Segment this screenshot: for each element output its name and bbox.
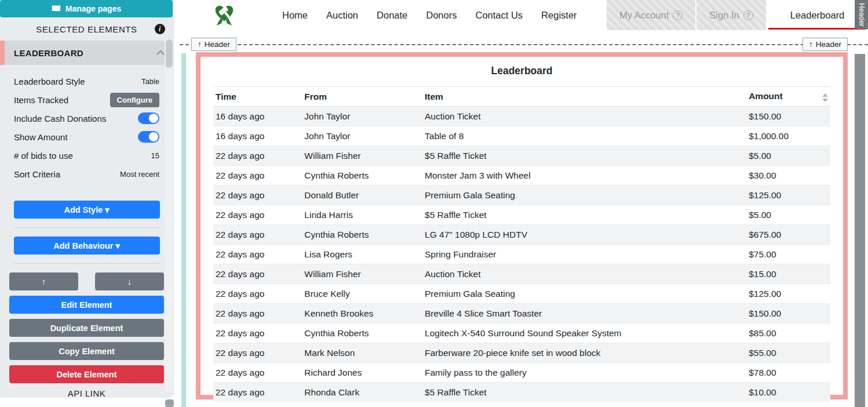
- nav-item-sign-in[interactable]: Sign In ?: [696, 0, 765, 30]
- info-icon[interactable]: i: [155, 24, 165, 34]
- manage-pages-button[interactable]: Manage pages: [0, 0, 173, 17]
- add-behaviour-label: Add Behaviour: [53, 241, 113, 250]
- add-style-button[interactable]: Add Style ▾: [14, 201, 160, 219]
- page-scrollbar-thumb[interactable]: [855, 54, 865, 407]
- divider: [14, 263, 160, 264]
- cell-time: 22 days ago: [213, 343, 302, 363]
- cell-item: Auction Ticket: [422, 107, 746, 126]
- nav-item-contact-us[interactable]: Contact Us: [475, 10, 523, 21]
- nav-item-my-account[interactable]: My Account ?: [607, 0, 695, 30]
- active-tab-underline: [768, 28, 867, 30]
- cell-time: 22 days ago: [213, 363, 302, 383]
- move-up-button[interactable]: ↑: [9, 272, 78, 290]
- include-cash-donations-toggle[interactable]: [138, 112, 159, 124]
- arrow-up-icon: ↑: [42, 277, 46, 286]
- cell-amount: $85.00: [746, 324, 830, 343]
- my-account-label: My Account: [619, 10, 669, 21]
- table-row: 22 days agoKenneth BrookesBreville 4 Sli…: [213, 304, 830, 324]
- nav-item-auction[interactable]: Auction: [326, 10, 358, 21]
- sort-icon[interactable]: [822, 91, 828, 102]
- cell-from: Rhonda Clark: [302, 383, 422, 402]
- scroll-corner: [165, 399, 174, 407]
- cell-from: Cynthia Roberts: [302, 324, 422, 343]
- header-side-tab[interactable]: Header: [855, 0, 868, 29]
- cell-amount: $30.00: [746, 166, 830, 186]
- nav-item-leaderboard-active[interactable]: Leaderboard: [767, 0, 868, 30]
- setting-label: Leaderboard Style: [14, 77, 85, 86]
- column-header-time[interactable]: Time: [213, 87, 302, 107]
- column-header-amount[interactable]: Amount: [746, 87, 830, 107]
- sidebar-scrollbar-thumb[interactable]: [166, 39, 173, 68]
- table-row: 22 days agoWilliam Fisher$5 Raffle Ticke…: [213, 146, 830, 166]
- toggle-knob: [149, 114, 158, 123]
- selected-elements-header: SELECTED ELEMENTS i: [0, 17, 173, 41]
- leaderboard-nav-label: Leaderboard: [790, 10, 845, 21]
- selected-leaderboard-element[interactable]: Leaderboard Time From Item Amount 16 day…: [196, 52, 848, 399]
- nav-item-register[interactable]: Register: [541, 10, 577, 21]
- table-row: 16 days agoJohn TaylorAuction Ticket$150…: [213, 107, 830, 126]
- configure-button[interactable]: Configure: [110, 93, 159, 107]
- delete-element-button[interactable]: Delete Element: [9, 365, 164, 383]
- cell-from: Kenneth Brookes: [302, 304, 422, 324]
- cell-item: Premium Gala Seating: [422, 284, 746, 304]
- section-indicator-bar[interactable]: [181, 53, 186, 407]
- nav-item-donors[interactable]: Donors: [426, 10, 457, 21]
- column-header-from[interactable]: From: [302, 87, 422, 107]
- chevron-up-icon[interactable]: [156, 50, 165, 56]
- leaderboard-rows: 16 days agoJohn TaylorAuction Ticket$150…: [213, 107, 830, 402]
- question-icon: ?: [673, 10, 683, 20]
- cell-amount: $150.00: [746, 107, 830, 126]
- manage-pages-label: Manage pages: [65, 4, 121, 13]
- cell-from: Linda Harris: [302, 205, 422, 225]
- toggle-knob: [149, 132, 158, 141]
- setting-value[interactable]: Table: [141, 77, 159, 86]
- cell-from: Cynthia Roberts: [302, 225, 422, 245]
- column-header-item[interactable]: Item: [422, 87, 746, 107]
- cell-time: 22 days ago: [213, 166, 302, 186]
- table-header-row: Time From Item Amount: [213, 87, 830, 107]
- setting-label: Items Tracked: [14, 95, 68, 105]
- cell-amount: $1,000.00: [746, 126, 830, 146]
- table-row: 22 days agoMark NelsonFarberware 20-piec…: [213, 343, 830, 363]
- divider: [14, 227, 160, 228]
- duplicate-element-button[interactable]: Duplicate Element: [9, 319, 164, 337]
- settings-list: Leaderboard Style Table Items Tracked Co…: [0, 65, 173, 183]
- setting-value[interactable]: 15: [151, 151, 159, 160]
- nav-item-donate[interactable]: Donate: [377, 10, 407, 21]
- cell-amount: $10.00: [746, 383, 830, 402]
- cell-time: 22 days ago: [213, 205, 302, 225]
- editor-sidebar: Manage pages SELECTED ELEMENTS i LEADERB…: [0, 0, 174, 398]
- nav-item-home[interactable]: Home: [282, 10, 308, 21]
- cell-time: 22 days ago: [213, 264, 302, 284]
- header-boundary-dashed-line: [180, 44, 868, 45]
- edit-element-button[interactable]: Edit Element: [9, 296, 164, 314]
- cell-amount: $675.00: [746, 225, 830, 245]
- cell-amount: $125.00: [746, 186, 830, 205]
- caret-down-icon: ▾: [105, 205, 109, 215]
- cell-amount: $125.00: [746, 284, 830, 304]
- cell-amount: $150.00: [746, 304, 830, 324]
- header-marker-right[interactable]: ↑ Header: [803, 38, 848, 51]
- leaderboard-panel-header[interactable]: LEADERBOARD: [0, 41, 173, 65]
- setting-show-amount: Show Amount: [0, 128, 173, 146]
- api-link[interactable]: API LINK: [0, 388, 173, 398]
- arrow-up-icon: ↑: [198, 40, 202, 49]
- copy-element-button[interactable]: Copy Element: [9, 342, 164, 360]
- charity-auction-logo-icon[interactable]: [213, 3, 235, 28]
- setting-label: Include Cash Donations: [14, 114, 106, 123]
- header-marker-left[interactable]: ↑ Header: [191, 38, 236, 51]
- cell-amount: $78.00: [746, 363, 830, 383]
- show-amount-toggle[interactable]: [138, 131, 159, 143]
- add-behaviour-button[interactable]: Add Behaviour ▾: [14, 237, 160, 255]
- cell-time: 22 days ago: [213, 186, 302, 205]
- header-marker-label: Header: [816, 40, 841, 49]
- cell-amount: $55.00: [746, 343, 830, 363]
- sidebar-scrollbar-track[interactable]: [165, 39, 173, 393]
- move-down-button[interactable]: ↓: [95, 272, 164, 290]
- cell-from: Richard Jones: [302, 363, 422, 383]
- cell-item: Logitech X-540 Surround Sound Speaker Sy…: [422, 324, 746, 343]
- cell-item: Table of 8: [422, 126, 746, 146]
- cell-from: John Taylor: [302, 107, 422, 126]
- cell-amount: $75.00: [746, 245, 830, 264]
- setting-value[interactable]: Most recent: [120, 170, 159, 179]
